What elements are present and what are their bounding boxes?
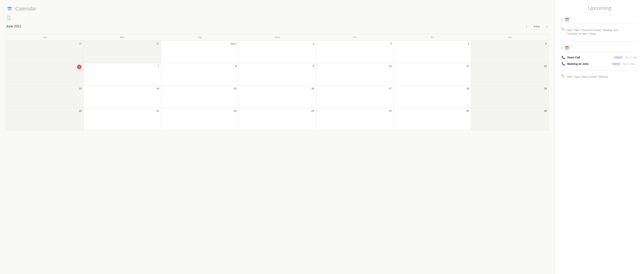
day-number: 7 (86, 65, 159, 67)
event-list: 📞 Team Call Client 1 Mar 12, 2021 📞 Meet… (561, 54, 638, 67)
calendar-day[interactable]: 14 (84, 86, 161, 108)
section-2-expand-arrow[interactable]: ↗ (561, 46, 563, 49)
calendar-day[interactable]: 25 (394, 108, 471, 130)
day-number: 16 (240, 87, 314, 90)
weekday-wed: Wed (238, 34, 316, 41)
calendar-day[interactable]: 13 (6, 86, 84, 108)
calendar-day[interactable]: Jun 1 (161, 41, 238, 63)
calendar-header: 🗓️ Calendar (6, 5, 549, 12)
calendar-day[interactable]: 20 (6, 108, 84, 130)
section-2-icon: 🗓️ (564, 46, 569, 50)
calendar-day[interactable]: 7 (84, 63, 161, 85)
calendar-day[interactable]: 6 (6, 63, 84, 85)
event-name-team-call: Team Call (567, 56, 612, 59)
section-1-icon: 🗓️ (564, 17, 569, 22)
day-number: 21 (86, 110, 159, 112)
calendar-day[interactable]: 8 (161, 63, 238, 85)
calendar-day[interactable]: 11 (394, 63, 471, 85)
filter-tag-icon: 🏷️ (561, 27, 565, 31)
calendar-week-1: 30 31 Jun 1 2 3 4 5 (6, 41, 548, 63)
divider-2 (561, 70, 638, 71)
calendar-small-icon: 🗒️ (6, 15, 11, 20)
calendar-day[interactable]: 2 (238, 41, 316, 63)
calendar-day[interactable]: 22 (161, 108, 238, 130)
calendar-day[interactable]: 9 (238, 63, 316, 85)
upcoming-title: Upcoming (561, 5, 638, 11)
day-number: 18 (396, 87, 469, 90)
calendar-nav: June 2021 ‹ Today › (6, 22, 549, 31)
weekday-mon: Mon (84, 34, 161, 41)
calendar-day[interactable]: 15 (161, 86, 238, 108)
day-number: 10 (318, 65, 392, 67)
day-number: 4 (396, 42, 469, 45)
today-day-number: 6 (77, 65, 82, 69)
calendar-logo: 🗓️ (6, 5, 13, 12)
calendar-panel: 🗓️ Calendar 🗒️ June 2021 ‹ Today › Sun M… (0, 0, 555, 274)
day-number: 30 (8, 42, 82, 45)
calendar-day[interactable]: 12 (471, 63, 548, 85)
filter-tag-icon-2: 🏷️ (561, 74, 565, 78)
filter-item-2: 🏷️ Filter: "Type" "Does Contain" "Meetin… (561, 73, 638, 81)
calendar-day[interactable]: 24 (316, 108, 394, 130)
day-number: 26 (473, 110, 547, 112)
calendar-day[interactable]: 23 (238, 108, 316, 130)
day-number: 14 (86, 87, 159, 90)
calendar-day[interactable]: 4 (394, 41, 471, 63)
today-button[interactable]: Today (531, 24, 542, 29)
calendar-grid: Sun Mon Tue Wed Thu Fri Sat 30 31 Jun 1 (6, 34, 549, 131)
day-number: 12 (473, 65, 547, 67)
day-number: 31 (86, 42, 159, 45)
day-number: 22 (163, 110, 236, 112)
calendar-day[interactable]: 26 (471, 108, 548, 130)
calendar-day[interactable]: 5 (471, 41, 548, 63)
calendar-week-2: 6 7 8 9 10 11 12 (6, 63, 548, 86)
next-month-button[interactable]: › (545, 24, 549, 29)
calendar-icon-row: 🗒️ (6, 15, 549, 20)
calendar-day[interactable]: 19 (471, 86, 548, 108)
calendar-week-4: 20 21 22 23 24 25 26 (6, 108, 548, 130)
weekday-tue: Tue (161, 34, 238, 41)
calendar-day[interactable]: 3 (316, 41, 394, 63)
event-date-meeting-john: Mar 15, 2021 ... (623, 63, 637, 65)
phone-icon-2: 📞 (562, 62, 565, 66)
prev-month-button[interactable]: ‹ (524, 24, 528, 29)
day-number: 20 (8, 110, 82, 112)
upcoming-section-3: 🏷️ Filter: "Type" "Does Contain" "Meetin… (561, 73, 638, 81)
section-2-header: ↗ 🗓️ (561, 44, 638, 52)
calendar-day[interactable]: 16 (238, 86, 316, 108)
nav-controls: ‹ Today › (524, 24, 549, 29)
calendar-day[interactable]: 21 (84, 108, 161, 130)
day-number: 5 (473, 42, 547, 45)
weekday-thu: Thu (316, 34, 394, 41)
day-number: 9 (240, 65, 314, 67)
day-number: 19 (473, 87, 547, 90)
weekday-headers: Sun Mon Tue Wed Thu Fri Sat (6, 34, 548, 41)
event-tag-client2: Client 2 (611, 62, 621, 65)
event-tag-client1: Client 1 (614, 56, 624, 59)
divider-1 (561, 41, 638, 42)
filter-item-1: 🏷️ Filter: "Type" "Does Not Contain" "Me… (561, 26, 638, 38)
calendar-week-3: 13 14 15 16 17 18 19 (6, 86, 548, 108)
day-number: 17 (318, 87, 392, 90)
section-1-expand-arrow[interactable]: ↗ (561, 18, 563, 21)
day-number: 3 (318, 42, 392, 45)
weekday-sun: Sun (6, 34, 84, 41)
day-number: 2 (240, 42, 314, 45)
calendar-day[interactable]: 18 (394, 86, 471, 108)
day-number: 11 (396, 65, 469, 67)
day-number: 24 (318, 110, 392, 112)
calendar-day[interactable]: 17 (316, 86, 394, 108)
section-1-header: ↗ 🗓️ (561, 15, 638, 24)
day-number: 25 (396, 110, 469, 112)
upcoming-section-1: ↗ 🗓️ 🏷️ Filter: "Type" "Does Not Contain… (561, 15, 638, 38)
event-date-team-call: Mar 12, 2021 (625, 56, 637, 59)
day-number: 23 (240, 110, 314, 112)
calendar-day[interactable]: 10 (316, 63, 394, 85)
calendar-day[interactable]: 30 (6, 41, 84, 63)
event-item-meeting-john[interactable]: 📞 Meeting w/ John Client 2 Mar 15, 2021 … (561, 61, 638, 67)
calendar-day[interactable]: 31 (84, 41, 161, 63)
logo-icon: 🗓️ (7, 6, 12, 11)
filter-text-1: Filter: "Type" "Does Not Contain" "Meeti… (567, 27, 618, 37)
event-item-team-call[interactable]: 📞 Team Call Client 1 Mar 12, 2021 (561, 54, 638, 60)
calendar-title: Calendar (15, 6, 36, 12)
